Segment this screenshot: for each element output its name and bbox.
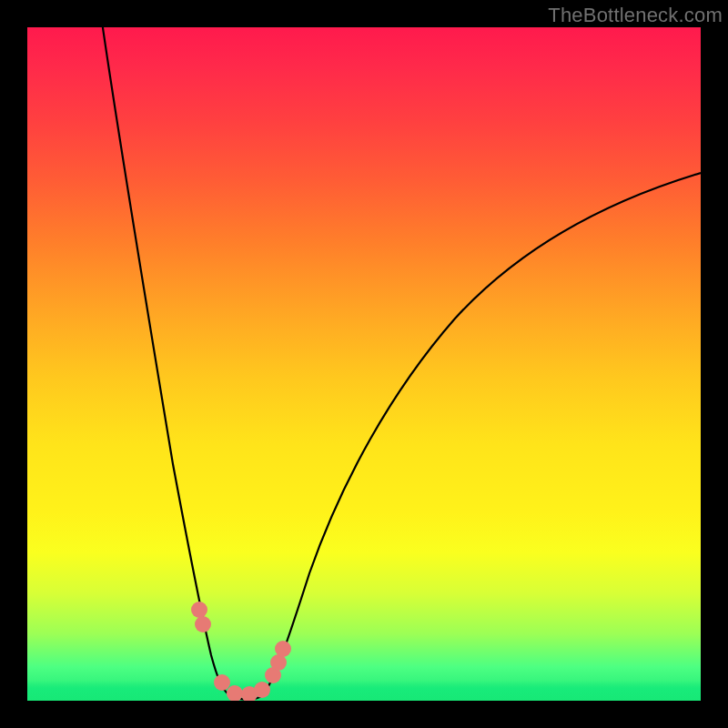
plot-area xyxy=(27,27,701,701)
data-point-group xyxy=(191,602,291,701)
data-point xyxy=(191,602,207,618)
data-point xyxy=(214,674,230,691)
data-point xyxy=(195,616,211,632)
curve-svg xyxy=(27,27,701,701)
data-point xyxy=(254,682,270,698)
data-point xyxy=(227,685,243,701)
data-point xyxy=(275,641,291,657)
chart-frame: TheBottleneck.com xyxy=(0,0,728,728)
bottleneck-curve-path xyxy=(100,27,701,700)
watermark-text: TheBottleneck.com xyxy=(548,4,723,27)
